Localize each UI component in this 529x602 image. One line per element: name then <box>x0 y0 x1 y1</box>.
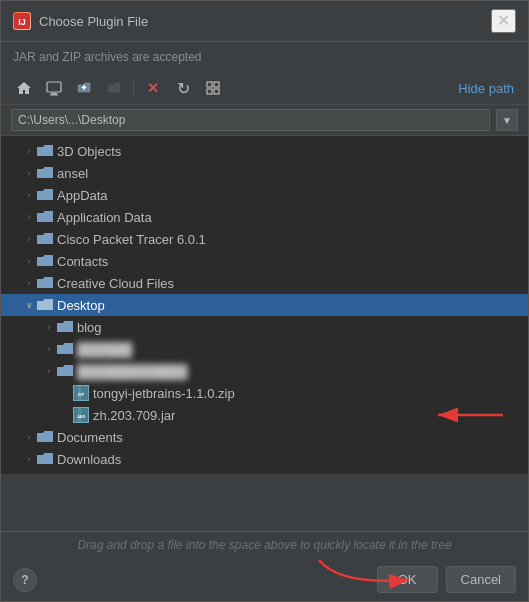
hide-path-button[interactable]: Hide path <box>454 79 518 98</box>
folder-icon-3d-objects <box>37 144 53 158</box>
folder-icon-blurred2 <box>57 364 73 378</box>
tree-item-desktop[interactable]: ∨ Desktop <box>1 294 528 316</box>
svg-rect-3 <box>51 93 57 95</box>
subtitle-text: JAR and ZIP archives are accepted <box>1 42 528 72</box>
title-bar-left: IJ Choose Plugin File <box>13 12 148 30</box>
refresh-button[interactable]: ↻ <box>170 76 196 100</box>
cancel-button[interactable]: Cancel <box>446 566 516 593</box>
separator-1 <box>133 79 134 97</box>
tree-item-appdata[interactable]: › AppData <box>1 184 528 206</box>
folder-up-button[interactable] <box>71 76 97 100</box>
folder-icon-appdata <box>37 188 53 202</box>
chevron-blurred2: › <box>41 366 57 376</box>
chevron-ansel: › <box>21 168 37 178</box>
chevron-blurred1: › <box>41 344 57 354</box>
chevron-application-data: › <box>21 212 37 222</box>
chevron-3d-objects: › <box>21 146 37 156</box>
chevron-downloads: › <box>21 454 37 464</box>
svg-rect-2 <box>47 82 61 92</box>
folder-icon-desktop <box>37 298 53 312</box>
label-appdata: AppData <box>57 188 108 203</box>
file-tree: › 3D Objects › ansel › AppDat <box>1 136 528 474</box>
folder-icon-blurred1 <box>57 342 73 356</box>
drag-hint-text: Drag and drop a file into the space abov… <box>1 532 528 558</box>
tree-item-application-data[interactable]: › Application Data <box>1 206 528 228</box>
path-input[interactable] <box>11 109 490 131</box>
expand-button[interactable] <box>200 76 226 100</box>
svg-rect-8 <box>214 89 219 94</box>
label-creative-cloud: Creative Cloud Files <box>57 276 174 291</box>
tree-item-creative-cloud[interactable]: › Creative Cloud Files <box>1 272 528 294</box>
label-documents: Documents <box>57 430 123 445</box>
tree-item-blurred2[interactable]: › ████████████ <box>1 360 528 382</box>
help-button[interactable]: ? <box>13 568 37 592</box>
folder-icon-contacts <box>37 254 53 268</box>
svg-rect-6 <box>214 82 219 87</box>
folder-icon-cisco <box>37 232 53 246</box>
dialog-window: IJ Choose Plugin File ✕ JAR and ZIP arch… <box>0 0 529 602</box>
jar-file-icon: JAR <box>73 407 89 423</box>
tree-item-zh-jar[interactable]: › JAR zh.203.709.jar <box>1 404 528 426</box>
tree-item-blog[interactable]: › blog <box>1 316 528 338</box>
chevron-contacts: › <box>21 256 37 266</box>
ok-button[interactable]: OK <box>377 566 438 593</box>
label-ansel: ansel <box>57 166 88 181</box>
chevron-desktop: ∨ <box>21 300 37 310</box>
tree-item-cisco[interactable]: › Cisco Packet Tracer 6.0.1 <box>1 228 528 250</box>
folder-icon-blog <box>57 320 73 334</box>
label-contacts: Contacts <box>57 254 108 269</box>
toolbar: ✕ ↻ Hide path <box>1 72 528 105</box>
tree-item-3d-objects[interactable]: › 3D Objects <box>1 140 528 162</box>
path-bar: ▼ <box>1 105 528 136</box>
path-dropdown-button[interactable]: ▼ <box>496 109 518 131</box>
home-button[interactable] <box>11 76 37 100</box>
bottom-area: Drag and drop a file into the space abov… <box>1 531 528 601</box>
svg-rect-5 <box>207 82 212 87</box>
label-application-data: Application Data <box>57 210 152 225</box>
label-blog: blog <box>77 320 102 335</box>
label-cisco: Cisco Packet Tracer 6.0.1 <box>57 232 206 247</box>
tree-item-tongyi-zip[interactable]: › ZIP tongyi-jetbrains-1.1.0.zip <box>1 382 528 404</box>
chevron-cisco: › <box>21 234 37 244</box>
label-downloads: Downloads <box>57 452 121 467</box>
folder-icon-ansel <box>37 166 53 180</box>
app-icon: IJ <box>13 12 31 30</box>
ok-cancel-buttons: OK Cancel <box>377 566 516 593</box>
chevron-blog: › <box>41 322 57 332</box>
label-desktop: Desktop <box>57 298 105 313</box>
desktop-button[interactable] <box>41 76 67 100</box>
chevron-documents: › <box>21 432 37 442</box>
zip-file-icon: ZIP <box>73 385 89 401</box>
title-bar: IJ Choose Plugin File ✕ <box>1 1 528 42</box>
svg-text:IJ: IJ <box>18 17 26 27</box>
file-tree-container: › 3D Objects › ansel › AppDat <box>1 136 528 531</box>
svg-rect-7 <box>207 89 212 94</box>
folder-icon-application-data <box>37 210 53 224</box>
close-button[interactable]: ✕ <box>491 9 516 33</box>
tree-item-contacts[interactable]: › Contacts <box>1 250 528 272</box>
label-3d-objects: 3D Objects <box>57 144 121 159</box>
bottom-buttons: ? OK Cancel <box>1 558 528 601</box>
svg-rect-4 <box>50 95 58 96</box>
chevron-appdata: › <box>21 190 37 200</box>
label-blurred2: ████████████ <box>77 364 188 379</box>
tree-item-ansel[interactable]: › ansel <box>1 162 528 184</box>
delete-button[interactable]: ✕ <box>140 76 166 100</box>
folder-icon-documents <box>37 430 53 444</box>
label-blurred1: ██████ <box>77 342 132 357</box>
tree-item-downloads[interactable]: › Downloads <box>1 448 528 470</box>
tree-item-documents[interactable]: › Documents <box>1 426 528 448</box>
arrow-zh-jar <box>428 402 508 428</box>
label-zh-jar: zh.203.709.jar <box>93 408 175 423</box>
svg-text:ZIP: ZIP <box>78 392 85 397</box>
new-folder-button[interactable] <box>101 76 127 100</box>
tree-item-blurred1[interactable]: › ██████ <box>1 338 528 360</box>
folder-icon-creative-cloud <box>37 276 53 290</box>
chevron-creative-cloud: › <box>21 278 37 288</box>
folder-icon-downloads <box>37 452 53 466</box>
label-tongyi-zip: tongyi-jetbrains-1.1.0.zip <box>93 386 235 401</box>
svg-text:JAR: JAR <box>77 414 87 419</box>
window-title: Choose Plugin File <box>39 14 148 29</box>
